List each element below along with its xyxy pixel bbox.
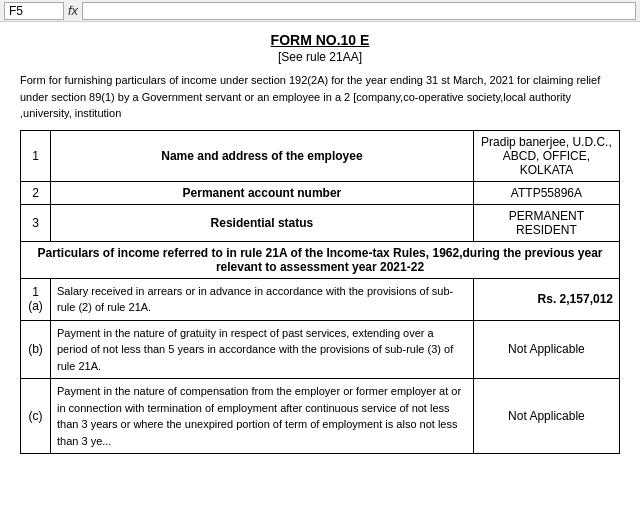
main-table: 1 Name and address of the employee Pradi… <box>20 130 620 455</box>
item-label-1a: Salary received in arrears or in advance… <box>51 278 474 320</box>
form-title: FORM NO.10 E <box>20 32 620 48</box>
form-description: Form for furnishing particulars of incom… <box>20 72 620 122</box>
formula-bar[interactable] <box>82 2 636 20</box>
table-row: 1 (a) Salary received in arrears or in a… <box>21 278 620 320</box>
field-label-name: Name and address of the employee <box>51 130 474 181</box>
section-header-row: Particulars of income referred to in rul… <box>21 241 620 278</box>
row-number: 1 <box>21 130 51 181</box>
fx-icon: fx <box>68 3 78 18</box>
toolbar: F5 fx <box>0 0 640 22</box>
table-row: (c) Payment in the nature of compensatio… <box>21 379 620 454</box>
item-ref-c: (c) <box>21 379 51 454</box>
item-value-1a: Rs. 2,157,012 <box>473 278 619 320</box>
table-row: 3 Residential status PERMANENT RESIDENT <box>21 204 620 241</box>
cell-reference-input[interactable]: F5 <box>4 2 64 20</box>
field-value-pan: ATTP55896A <box>473 181 619 204</box>
item-label-b: Payment in the nature of gratuity in res… <box>51 320 474 379</box>
form-subtitle: [See rule 21AA] <box>20 50 620 64</box>
table-row: (b) Payment in the nature of gratuity in… <box>21 320 620 379</box>
document-area: FORM NO.10 E [See rule 21AA] Form for fu… <box>0 22 640 464</box>
field-label-pan: Permanent account number <box>51 181 474 204</box>
table-row: 2 Permanent account number ATTP55896A <box>21 181 620 204</box>
row-number: 3 <box>21 204 51 241</box>
row-number: 2 <box>21 181 51 204</box>
item-value-b: Not Applicable <box>473 320 619 379</box>
table-row: 1 Name and address of the employee Pradi… <box>21 130 620 181</box>
field-value-name: Pradip banerjee, U.D.C., ABCD, OFFICE, K… <box>473 130 619 181</box>
item-ref-b: (b) <box>21 320 51 379</box>
field-value-residential: PERMANENT RESIDENT <box>473 204 619 241</box>
section-header-text: Particulars of income referred to in rul… <box>21 241 620 278</box>
item-value-c: Not Applicable <box>473 379 619 454</box>
item-ref-1a: 1 (a) <box>21 278 51 320</box>
item-label-c: Payment in the nature of compensation fr… <box>51 379 474 454</box>
field-label-residential: Residential status <box>51 204 474 241</box>
